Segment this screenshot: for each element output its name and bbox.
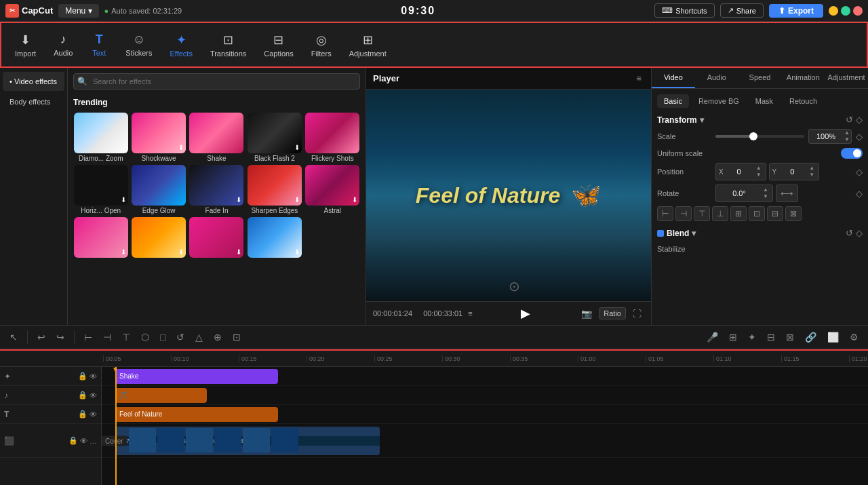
align-center-v[interactable]: ⊞: [730, 206, 747, 221]
scale-spinbox[interactable]: ▲ ▼: [808, 129, 852, 144]
sidebar-item-body-effects[interactable]: Body effects: [3, 92, 64, 111]
toolbar-transitions[interactable]: ⊡ Transitions: [202, 28, 254, 62]
tab-speed[interactable]: Speed: [738, 68, 782, 88]
effect-row3c[interactable]: ⬇: [189, 217, 244, 259]
effect-row3b[interactable]: ⬇: [131, 217, 186, 259]
tab-video[interactable]: Video: [652, 68, 695, 88]
pos-y-up[interactable]: ▲: [808, 165, 816, 172]
pos-x-down[interactable]: ▼: [755, 172, 763, 178]
text-eye[interactable]: 👁: [90, 410, 97, 419]
undo-button[interactable]: ↩: [33, 329, 50, 345]
subtab-removebg[interactable]: Remove BG: [692, 94, 746, 108]
effect-blackflash[interactable]: ⬇ Black Flash 2: [247, 113, 302, 162]
toolbar-stickers[interactable]: ☺ Stickers: [117, 28, 160, 61]
close-button[interactable]: [853, 6, 863, 16]
toolbar-filters[interactable]: ◎ Filters: [303, 28, 340, 62]
add-button[interactable]: ⊕: [210, 329, 226, 345]
rotate-value-input[interactable]: [719, 189, 760, 197]
music-eye[interactable]: 👁: [90, 391, 97, 400]
split-button[interactable]: ⊢: [80, 329, 96, 345]
toolbar-effects[interactable]: ✦ Effects: [161, 28, 200, 62]
crop2-button[interactable]: ⬡: [137, 329, 153, 345]
player-menu-button[interactable]: ≡: [633, 72, 644, 85]
scale-slider[interactable]: [715, 135, 804, 138]
align-extra1[interactable]: ⊟: [767, 206, 783, 221]
camera-button[interactable]: 📷: [578, 307, 595, 320]
effect-row3a[interactable]: ⬇: [73, 217, 128, 259]
scrub-icon[interactable]: ⊙: [509, 278, 520, 294]
scale-down-button[interactable]: ▼: [843, 136, 851, 143]
redo-button[interactable]: ↪: [52, 329, 68, 345]
clip-shake[interactable]: Shake: [115, 369, 278, 384]
settings2-button[interactable]: ⚙: [846, 329, 863, 345]
align-extra2[interactable]: ⊠: [785, 206, 802, 221]
sidebar-item-video-effects[interactable]: • Video effects: [3, 72, 64, 91]
export-button[interactable]: ⬆ Export: [769, 4, 823, 18]
blend-keyframe-button[interactable]: ◇: [856, 228, 863, 238]
subtab-mask[interactable]: Mask: [749, 94, 780, 108]
trim-button[interactable]: ⊣: [99, 329, 115, 345]
position-keyframe-button[interactable]: ◇: [856, 167, 863, 177]
effect-diamond-zoom[interactable]: Diamo... Zoom: [73, 113, 128, 162]
transform-keyframe-button[interactable]: ◇: [856, 115, 863, 125]
smart-button[interactable]: ⊞: [725, 329, 741, 345]
delete-button[interactable]: ⬜: [823, 329, 843, 345]
scale-keyframe-button[interactable]: ◇: [856, 132, 863, 142]
minimize-button[interactable]: [829, 6, 838, 16]
subtab-retouch[interactable]: Retouch: [783, 94, 824, 108]
clip-text[interactable]: Feel of Nature: [115, 407, 278, 422]
effect-edge-glow[interactable]: Edge Glow: [131, 165, 186, 214]
toolbar-import[interactable]: ⬇ Import: [7, 28, 44, 62]
rotate-up[interactable]: ▲: [762, 187, 770, 193]
share-button[interactable]: ↗ Share: [720, 3, 764, 18]
menu-button[interactable]: Menu ▾: [58, 4, 98, 18]
effect-fade-in[interactable]: ⬇ Fade In: [189, 165, 244, 214]
shortcuts-button[interactable]: ⌨ Shortcuts: [654, 3, 714, 18]
effect-flickery[interactable]: Flickery Shots: [305, 113, 360, 162]
pos-y-down[interactable]: ▼: [808, 172, 816, 178]
ai-button[interactable]: ✦: [744, 329, 760, 345]
scale-slider-thumb[interactable]: [749, 132, 757, 140]
scale-value-input[interactable]: [809, 131, 843, 142]
rotate-keyframe-button[interactable]: ◇: [856, 189, 863, 199]
tab-adjustment[interactable]: Adjustment: [825, 68, 868, 88]
crop-button[interactable]: ⊤: [118, 329, 134, 345]
tab-audio[interactable]: Audio: [695, 68, 738, 88]
scale-up-button[interactable]: ▲: [843, 130, 851, 136]
effect-shake[interactable]: Shake: [189, 113, 244, 162]
fullscreen-button[interactable]: ⛶: [630, 307, 644, 320]
align-bottom[interactable]: ⊡: [749, 206, 765, 221]
uniform-scale-toggle[interactable]: [841, 148, 863, 159]
select-tool[interactable]: ↖: [5, 329, 22, 345]
tab-animation[interactable]: Animation: [781, 68, 825, 88]
effects-eye[interactable]: 👁: [90, 372, 97, 381]
effects-lock[interactable]: 🔒: [78, 372, 87, 381]
clip-video[interactable]: 3571264-uhd_3840_2160_30fps.mp4 00:00:33…: [115, 427, 380, 455]
prev-button[interactable]: ⊟: [763, 329, 779, 345]
position-y-input[interactable]: [778, 168, 806, 176]
video-more[interactable]: …: [90, 436, 97, 445]
align-right[interactable]: ⊤: [694, 206, 710, 221]
timeline-playhead[interactable]: [115, 367, 117, 485]
align-left[interactable]: ⊢: [657, 206, 673, 221]
align-top[interactable]: ⊥: [712, 206, 728, 221]
transform-reset-button[interactable]: ↺: [846, 115, 853, 125]
next-button[interactable]: ⊠: [782, 329, 798, 345]
subtab-basic[interactable]: Basic: [657, 94, 689, 108]
link-button[interactable]: 🔗: [801, 329, 821, 345]
effect-row3d[interactable]: ⬇: [247, 217, 302, 259]
video-eye[interactable]: 👁: [80, 436, 87, 445]
music-lock[interactable]: 🔒: [78, 391, 87, 400]
play-button[interactable]: ▶: [521, 306, 530, 321]
toolbar-captions[interactable]: ⊟ Captions: [256, 28, 301, 62]
video-lock[interactable]: 🔒: [68, 436, 78, 445]
mic-button[interactable]: 🎤: [703, 329, 722, 345]
clip-music[interactable]: 🎵: [115, 388, 207, 403]
effect-astral[interactable]: ⬇ Astral: [305, 165, 360, 214]
position-x-input[interactable]: [726, 168, 753, 176]
effect-shockwave[interactable]: ⬇ Shockwave: [131, 113, 186, 162]
ratio-button[interactable]: Ratio: [599, 307, 626, 319]
maximize-button[interactable]: [841, 6, 850, 16]
toolbar-adjustment[interactable]: ⊞ Adjustment: [341, 28, 395, 62]
search-input[interactable]: [73, 73, 360, 90]
